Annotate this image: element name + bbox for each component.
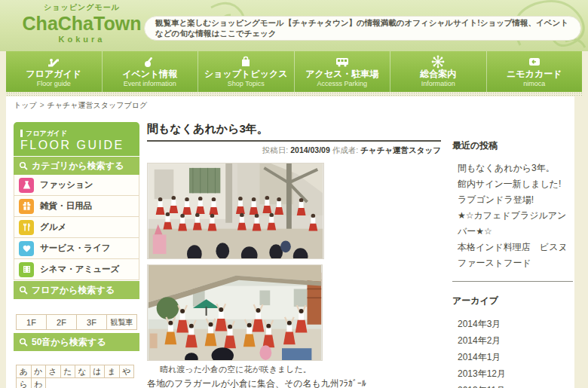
sidebar-divider: [452, 281, 573, 282]
category-label: グルメ: [40, 221, 66, 233]
nav-label: ショップトピックス: [198, 69, 294, 80]
nav-sublabel: Shop Topics: [198, 80, 294, 88]
post-date: 2014/03/09: [290, 145, 330, 154]
dress-icon: [19, 178, 34, 193]
shopping-bag-icon: [198, 54, 294, 69]
search-by-kana-bar[interactable]: 50音から検索する: [14, 333, 139, 351]
nav-item-floor-guide[interactable]: フロアガイド Floor guide: [6, 51, 102, 92]
floor-button-3f[interactable]: 3F: [77, 314, 107, 330]
search-by-category-bar[interactable]: カテゴリから検索する: [14, 157, 139, 175]
guitar-icon: [103, 54, 198, 69]
search-icon: [19, 161, 28, 170]
archive-link[interactable]: 2014年2月: [452, 332, 574, 349]
kana-button-ha[interactable]: は: [90, 365, 106, 378]
archive-link[interactable]: 2014年1月: [452, 349, 574, 365]
kana-button-ka[interactable]: か: [31, 365, 47, 378]
floor-guide-header[interactable]: フロアガイド FLOOR GUIDE: [14, 122, 139, 156]
main-nav: フロアガイド Floor guide イベント情報 Event informat…: [6, 51, 582, 92]
kana-button-a[interactable]: あ: [16, 365, 32, 378]
logo-main-text: ChaChaTown: [20, 13, 144, 35]
recent-post-link[interactable]: 館内サイン一新しました!: [452, 176, 574, 192]
category-label: シネマ・アミューズ: [40, 264, 119, 275]
breadcrumb: トップ>チャチャ運営スタッフブログ: [14, 100, 147, 111]
recent-post-link[interactable]: ラブゴンドラ登場!: [452, 192, 574, 208]
post-author-label: 作成者:: [332, 145, 358, 154]
archive-link[interactable]: 2013年11月: [452, 382, 574, 388]
recent-posts-heading: 最近の投稿: [452, 139, 574, 152]
blog-post: 間もなくあれから3年。 投稿日: 2014/03/09 作成者: チャチャ運営ス…: [147, 122, 441, 388]
cutlery-icon: [19, 220, 34, 235]
search-by-floor-label: フロアから検索する: [32, 284, 115, 297]
search-by-floor-bar[interactable]: フロアから検索する: [14, 281, 139, 299]
kana-buttons: あ か さ た な は ま や ら わ: [17, 365, 139, 388]
bus-icon: [295, 54, 390, 69]
archive-link[interactable]: 2014年3月: [452, 316, 574, 332]
post-photo-dancers-group: [147, 163, 324, 259]
nav-item-access-parking[interactable]: アクセス・駐車場 Accesss Parking: [294, 51, 390, 92]
floor-guide-title-jp: フロアガイド: [20, 130, 67, 137]
category-goods[interactable]: 雑貨・日用品: [14, 196, 139, 217]
logo-top-text: ショッピングモール: [20, 2, 144, 13]
heart-icon: [19, 241, 34, 256]
category-fashion[interactable]: ファッション: [14, 175, 139, 196]
search-by-kana-label: 50音から検索する: [32, 336, 106, 349]
floor-button-1f[interactable]: 1F: [16, 314, 47, 330]
kana-button-ta[interactable]: た: [60, 365, 76, 378]
category-gourmet[interactable]: グルメ: [14, 217, 139, 238]
floor-button-2f[interactable]: 2F: [47, 314, 77, 330]
category-cinema-amuse[interactable]: シネマ・アミューズ: [14, 259, 139, 280]
nav-sublabel: nimoca: [487, 80, 583, 88]
page: ショッピングモール ChaChaTown Kokura 観覧車と楽しむショッピン…: [0, 0, 588, 388]
kana-button-sa[interactable]: さ: [45, 365, 61, 378]
kana-button-na[interactable]: な: [75, 365, 90, 378]
nav-label: 総合案内: [390, 69, 486, 80]
nav-label: アクセス・駐車場: [295, 69, 390, 80]
post-date-label: 投稿日:: [262, 145, 288, 154]
nav-sublabel: Information: [390, 80, 486, 88]
nav-item-event-info[interactable]: イベント情報 Event information: [102, 51, 198, 92]
category-service-life[interactable]: サービス・ライフ: [14, 238, 139, 259]
nav-item-nimoca-card[interactable]: ニモカカード nimoca: [486, 51, 583, 92]
category-label: サービス・ライフ: [40, 243, 111, 254]
recent-post-link[interactable]: 間もなくあれから3年。: [452, 160, 574, 176]
post-photo-dancers-performing: [147, 264, 323, 361]
nav-label: ニモカカード: [487, 69, 583, 80]
kana-button-wa[interactable]: わ: [31, 377, 47, 388]
breadcrumb-home-link[interactable]: トップ: [14, 101, 37, 109]
logo-sub-text: Kokura: [20, 35, 144, 44]
gift-icon: [19, 199, 34, 214]
kana-button-ya[interactable]: や: [119, 365, 135, 378]
site-logo[interactable]: ショッピングモール ChaChaTown Kokura: [20, 2, 144, 44]
search-icon: [19, 338, 28, 347]
category-label: 雑貨・日用品: [40, 200, 92, 212]
recent-post-link[interactable]: 本格インド料理店 ビスヌファーストフード: [452, 240, 574, 271]
recent-post-link[interactable]: ★☆カフェドブラジルアンバー★☆: [452, 208, 574, 240]
site-tagline: 観覧車と楽しむショッピングモール【チャチャタウン】の情報満載のオフィシャルサイト…: [144, 16, 581, 41]
archive-list: 2014年3月 2014年2月 2014年1月 2013年12月 2013年11…: [452, 316, 574, 388]
search-by-category-label: カテゴリから検索する: [32, 160, 124, 173]
post-body-text: 各地のフラガールが小倉に集合、その名も九州ﾌﾗｶﾞｰﾙ: [147, 377, 441, 388]
category-label: ファッション: [40, 179, 93, 191]
ferris-wheel-icon: [390, 54, 486, 69]
kana-button-ra[interactable]: ら: [16, 377, 32, 388]
nav-sublabel: Accesss Parking: [295, 80, 390, 88]
floor-guide-title-en: FLOOR GUIDE: [20, 139, 133, 152]
nav-item-information[interactable]: 総合案内 Information: [390, 51, 486, 92]
photo-caption: 晴れ渡った小倉の空に花が咲きました。: [147, 364, 324, 375]
search-icon: [19, 286, 28, 295]
kana-button-ma[interactable]: ま: [104, 365, 120, 378]
post-author: チャチャ運営スタッフ: [360, 145, 441, 154]
post-meta: 投稿日: 2014/03/09 作成者: チャチャ運営スタッフ: [147, 145, 441, 156]
nav-item-shop-topics[interactable]: ショップトピックス Shop Topics: [198, 51, 294, 92]
archive-link[interactable]: 2013年12月: [452, 365, 574, 382]
nav-label: イベント情報: [103, 69, 198, 80]
nav-label: フロアガイド: [6, 69, 102, 80]
card-icon: [487, 54, 583, 69]
floor-buttons: 1F 2F 3F 観覧車: [16, 314, 137, 330]
post-title: 間もなくあれから3年。: [147, 122, 441, 142]
recent-posts-list: 間もなくあれから3年。 館内サイン一新しました! ラブゴンドラ登場! ★☆カフェ…: [452, 160, 574, 271]
escalator-icon: [6, 54, 102, 69]
film-icon: [19, 262, 34, 277]
floor-button-ferris-wheel[interactable]: 観覧車: [107, 314, 137, 330]
site-header: ショッピングモール ChaChaTown Kokura 観覧車と楽しむショッピン…: [0, 0, 588, 51]
